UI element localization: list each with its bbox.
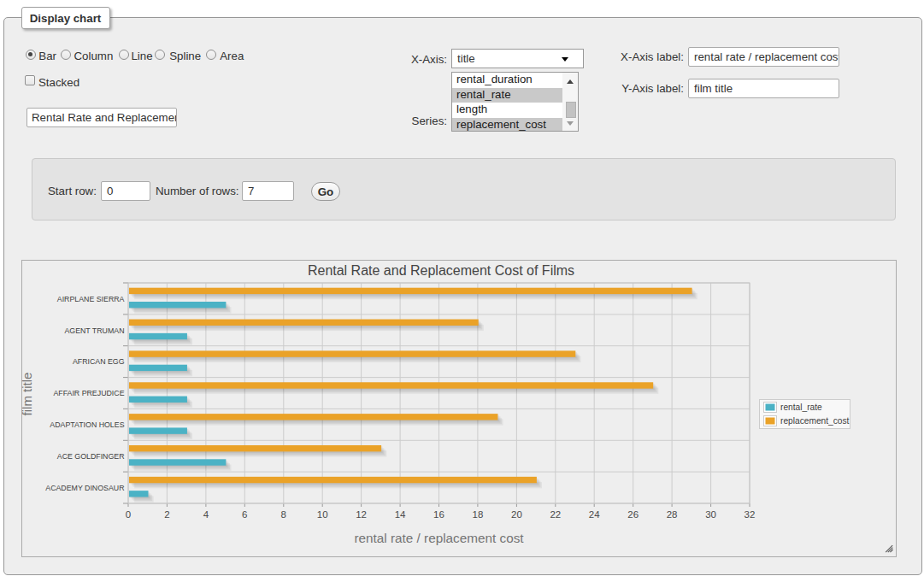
svg-text:30: 30	[705, 509, 716, 520]
svg-text:18: 18	[473, 509, 484, 520]
svg-text:0: 0	[126, 509, 131, 520]
svg-text:20: 20	[511, 509, 522, 520]
svg-text:ACADEMY DINOSAUR: ACADEMY DINOSAUR	[45, 484, 124, 492]
svg-text:10: 10	[317, 509, 328, 520]
svg-text:AFFAIR PREJUDICE: AFFAIR PREJUDICE	[53, 389, 124, 397]
svg-text:film title: film title	[20, 373, 34, 416]
svg-text:2: 2	[164, 509, 169, 520]
svg-text:rental_rate: rental_rate	[780, 403, 822, 412]
svg-text:8: 8	[281, 509, 286, 520]
svg-text:AIRPLANE SIERRA: AIRPLANE SIERRA	[57, 295, 125, 303]
svg-text:12: 12	[356, 509, 367, 520]
svg-text:14: 14	[395, 509, 406, 520]
svg-text:26: 26	[627, 509, 639, 520]
svg-text:ACE GOLDFINGER: ACE GOLDFINGER	[57, 452, 125, 461]
svg-text:4: 4	[203, 509, 209, 520]
svg-text:16: 16	[433, 509, 444, 520]
svg-text:28: 28	[667, 509, 678, 520]
svg-text:AGENT TRUMAN: AGENT TRUMAN	[64, 326, 124, 335]
svg-text:Rental Rate and Replacement Co: Rental Rate and Replacement Cost of Film…	[308, 263, 574, 278]
svg-text:rental rate / replacement cost: rental rate / replacement cost	[354, 531, 524, 545]
svg-text:24: 24	[589, 509, 600, 520]
svg-text:6: 6	[242, 509, 247, 520]
svg-text:AFRICAN EGG: AFRICAN EGG	[73, 357, 125, 366]
svg-text:32: 32	[744, 509, 756, 520]
svg-text:replacement_cost: replacement_cost	[780, 416, 850, 426]
svg-text:ADAPTATION HOLES: ADAPTATION HOLES	[50, 420, 124, 429]
svg-text:22: 22	[550, 509, 561, 520]
